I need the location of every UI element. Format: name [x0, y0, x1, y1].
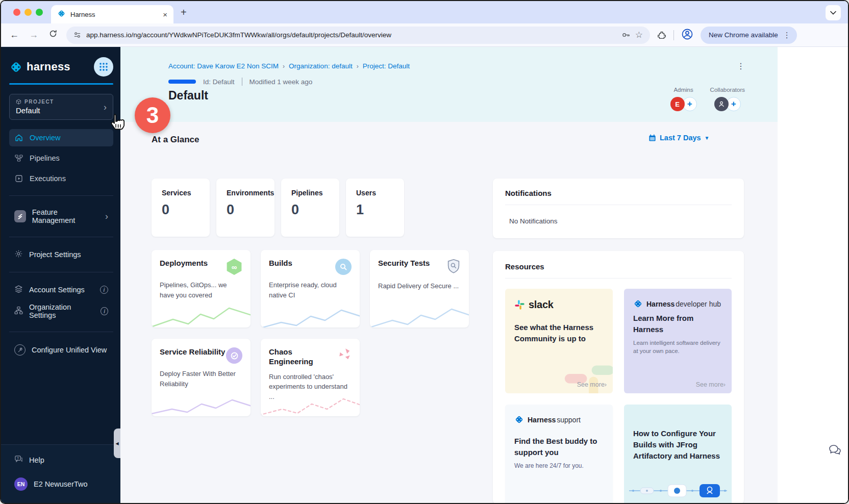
sidebar-item-label: Account Settings [29, 286, 85, 294]
browser-menu-icon[interactable]: ⋮ [783, 31, 791, 40]
stat-card-pipelines[interactable]: Pipelines 0 [281, 179, 339, 237]
page-title: Default [168, 89, 208, 103]
module-description: Deploy Faster With Better Reliability [160, 369, 241, 389]
collaborators-group: Collaborators + [710, 87, 745, 111]
module-card-service-reliability[interactable]: Service Reliability Deploy Faster With B… [152, 339, 251, 416]
sidebar-item-overview[interactable]: Overview [9, 129, 113, 146]
resource-card-support[interactable]: Harnesssupport Find the Best buddy to su… [505, 405, 613, 503]
chat-support-button[interactable] [829, 444, 842, 458]
password-key-icon[interactable] [621, 31, 630, 39]
browser-tab[interactable]: Harness × [51, 5, 173, 23]
slack-icon [514, 299, 525, 310]
tab-close-icon[interactable]: × [163, 10, 167, 19]
divider [505, 205, 732, 205]
profile-icon[interactable] [681, 28, 693, 42]
sidebar-item-configure-unified-view[interactable]: Configure Unified View [9, 340, 113, 360]
info-icon[interactable]: i [101, 307, 108, 315]
site-settings-icon[interactable] [73, 31, 81, 39]
gear-icon [14, 249, 23, 260]
sidebar-divider [9, 195, 113, 196]
module-name: Deployments [160, 259, 208, 275]
resource-card-developer-hub[interactable]: Harnessdeveloper hub Learn More from Har… [624, 289, 732, 393]
breadcrumb-project-link[interactable]: Project: Default [363, 62, 410, 70]
resource-card-slack[interactable]: slack See what the Harness Community is … [505, 289, 613, 393]
bookmark-star-icon[interactable]: ☆ [635, 30, 643, 40]
browser-window: Harness × + ← → app.harness.io/ng/accoun… [0, 0, 849, 504]
chaos-engineering-icon [338, 347, 352, 367]
collaborators-label: Collaborators [710, 87, 745, 93]
sidebar-item-account-settings[interactable]: Account Settings i [9, 281, 113, 299]
help-chat-icon: ? [14, 455, 23, 465]
sidebar: harness PROJECT Default › [1, 47, 120, 503]
module-grid-button[interactable] [94, 57, 113, 77]
maximize-window-button[interactable] [36, 9, 43, 16]
collaborator-avatar[interactable] [714, 97, 729, 111]
resource-card-jfrog[interactable]: How to Configure Your Builds with JFrog … [624, 405, 732, 503]
time-range-value: Last 7 Days [660, 134, 701, 142]
sidebar-item-organization-settings[interactable]: Organization Settings i [9, 299, 113, 323]
time-range-picker[interactable]: Last 7 Days ▼ [648, 134, 710, 142]
sidebar-item-label: Organization Settings [29, 303, 94, 319]
security-sparkline [370, 300, 469, 327]
harness-logo[interactable]: harness [9, 60, 70, 74]
project-selector-label: PROJECT [24, 99, 54, 105]
at-a-glance-title: At a Glance [152, 135, 199, 145]
close-window-button[interactable] [13, 9, 20, 16]
extensions-icon[interactable] [657, 31, 666, 40]
admin-avatar[interactable]: E [670, 97, 685, 111]
sidebar-item-label: Overview [30, 134, 60, 142]
module-card-security-tests[interactable]: Security Tests Rapid Delivery of Secure … [370, 250, 469, 327]
back-button[interactable]: ← [8, 30, 20, 40]
jfrog-card-heading: How to Configure Your Builds with JFrog … [633, 428, 722, 461]
module-description: Pipelines, GitOps... we have you covered [160, 280, 241, 300]
stat-value: 0 [162, 202, 210, 218]
info-icon[interactable]: i [100, 286, 108, 294]
sidebar-divider [9, 332, 113, 332]
breadcrumb-account-link[interactable]: Account: Dave Karow E2 Non SCIM [168, 62, 279, 70]
sidebar-user[interactable]: EN E2 NewuserTwo [9, 473, 112, 495]
slack-see-more-link[interactable]: See more› [577, 381, 607, 388]
sidebar-item-project-settings[interactable]: Project Settings [9, 245, 113, 264]
cursor-pointer [107, 113, 127, 136]
slack-brand-text: slack [529, 299, 554, 311]
notifications-title: Notifications [505, 189, 732, 197]
module-card-builds[interactable]: Builds Enterprise ready, cloud native CI [261, 250, 360, 327]
project-selector[interactable]: PROJECT Default › [9, 94, 113, 120]
chevron-right-icon: › [105, 212, 108, 221]
sidebar-item-executions[interactable]: Executions [9, 170, 113, 187]
svg-text:?: ? [17, 457, 19, 460]
new-tab-button[interactable]: + [181, 7, 187, 18]
tab-search-button[interactable] [826, 5, 841, 20]
breadcrumb-organization-link[interactable]: Organization: default [289, 62, 353, 70]
reliability-sparkline [152, 389, 251, 416]
address-bar[interactable]: app.harness.io/ng/account/YWdkwNPiTceDUK… [66, 27, 650, 44]
module-description: Enterprise ready, cloud native CI [269, 280, 351, 300]
add-collaborator-button[interactable]: + [727, 97, 741, 111]
module-card-chaos-engineering[interactable]: Chaos Engineering Run controlled 'chaos'… [261, 339, 360, 416]
reload-button[interactable] [47, 30, 59, 40]
stat-card-environments[interactable]: Environments 0 [216, 179, 274, 237]
project-menu-icon[interactable]: ⋮ [737, 61, 745, 71]
stat-card-services[interactable]: Services 0 [152, 179, 210, 237]
sidebar-item-help[interactable]: ? Help [9, 451, 112, 469]
feature-management-icon [14, 210, 26, 222]
minimize-window-button[interactable] [24, 9, 32, 16]
sidebar-item-pipelines[interactable]: Pipelines [9, 149, 113, 167]
chrome-update-pill[interactable]: New Chrome available ⋮ [701, 27, 797, 44]
devhub-see-more-link[interactable]: See more› [696, 381, 726, 388]
project-selector-value: Default [16, 106, 104, 115]
stat-card-users[interactable]: Users 1 [346, 179, 404, 237]
builds-sparkline [261, 300, 360, 327]
resources-title: Resources [505, 262, 732, 271]
forward-button[interactable]: → [28, 30, 40, 40]
module-name: Security Tests [378, 259, 430, 276]
devhub-card-subtext: Learn intelligent software delivery at y… [633, 339, 722, 356]
module-name: Service Reliability [160, 347, 225, 364]
sidebar-item-feature-management[interactable]: Feature Management › [9, 204, 113, 229]
breadcrumb: Account: Dave Karow E2 Non SCIM › Organi… [168, 62, 410, 70]
sidebar-collapse-handle[interactable]: ◀ [114, 429, 120, 458]
module-card-deployments[interactable]: Deployments ∞ Pipelines, GitOps... we ha… [152, 250, 251, 327]
add-admin-button[interactable]: + [683, 97, 697, 111]
notifications-empty-text: No Notifications [509, 217, 732, 225]
project-id-text: Id: Default [203, 78, 235, 86]
